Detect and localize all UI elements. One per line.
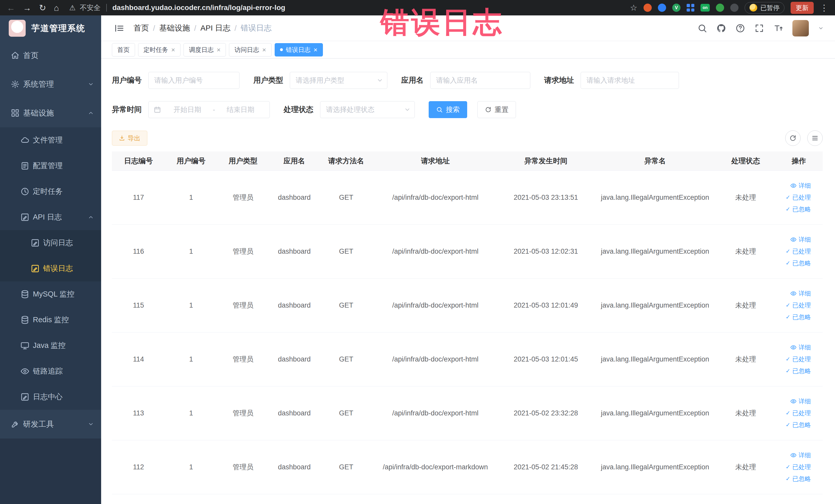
export-button[interactable]: 导出 (112, 131, 147, 146)
extension-icon-orange[interactable] (644, 4, 652, 12)
bookmark-star-icon[interactable]: ☆ (630, 3, 637, 13)
tab-label: 错误日志 (286, 46, 311, 54)
cell-request-url: /api/infra/db-doc/export-html (373, 386, 498, 440)
date-range-picker[interactable]: 开始日期 - 结束日期 (148, 101, 270, 118)
sidebar-item-infrastructure[interactable]: 基础设施 (0, 99, 101, 127)
extension-icon-v[interactable]: V (672, 4, 680, 12)
font-size-icon[interactable] (773, 23, 783, 33)
cell-exception-name: java.lang.IllegalArgumentException (594, 224, 716, 278)
sidebar-item-home[interactable]: 首页 (0, 41, 101, 70)
breadcrumb-item[interactable]: 首页 (134, 23, 149, 33)
detail-link[interactable]: 详细 (790, 234, 811, 245)
sidebar-item-java-monitor[interactable]: Java 监控 (0, 333, 101, 358)
tab-access-logs[interactable]: 访问日志 × (229, 43, 271, 57)
tags-view-bar: 首页 定时任务 × 调度日志 × 访问日志 × 错误日志 × (101, 41, 835, 59)
extension-icon-leaf[interactable] (716, 4, 724, 12)
sidebar-item-config-management[interactable]: 配置管理 (0, 153, 101, 179)
ignored-link[interactable]: ✓已忽略 (786, 419, 811, 430)
sidebar-item-label: MySQL 监控 (33, 289, 75, 299)
reset-button[interactable]: 重置 (477, 101, 516, 118)
forward-icon[interactable]: → (23, 4, 31, 12)
fullscreen-icon[interactable] (754, 23, 764, 33)
browser-home-icon[interactable]: ⌂ (54, 4, 59, 12)
detail-link[interactable]: 详细 (790, 342, 811, 353)
search-button[interactable]: 搜索 (429, 101, 467, 118)
process-status-select[interactable] (320, 101, 415, 118)
detail-link[interactable]: 详细 (790, 449, 811, 461)
processed-link[interactable]: ✓已处理 (786, 461, 811, 473)
process-status-select-input[interactable] (320, 101, 415, 118)
detail-link[interactable]: 详细 (790, 288, 811, 299)
cell-app-name: dashboard (269, 278, 320, 332)
tab-schedule-logs[interactable]: 调度日志 × (184, 43, 226, 57)
breadcrumb-item[interactable]: API 日志 (201, 23, 230, 33)
extension-icon-grid[interactable] (687, 4, 694, 12)
address-bar[interactable]: ⚠ 不安全 dashboard.yudao.iocoder.cn/infra/l… (69, 3, 285, 12)
request-url-input[interactable] (581, 72, 679, 89)
cell-status: 未处理 (716, 332, 775, 386)
processed-link[interactable]: ✓已处理 (786, 407, 811, 419)
sidebar-item-link-tracing[interactable]: 链路追踪 (0, 358, 101, 384)
processed-link[interactable]: ✓已处理 (786, 300, 811, 311)
sidebar-item-access-logs[interactable]: 访问日志 (0, 230, 101, 256)
detail-link[interactable]: 详细 (790, 396, 811, 407)
sidebar-item-log-center[interactable]: 日志中心 (0, 384, 101, 410)
reload-icon[interactable]: ↻ (39, 4, 46, 12)
cell-exception-name: java.lang.IllegalArgumentException (594, 386, 716, 440)
url-text[interactable]: dashboard.yudao.iocoder.cn/infra/log/api… (113, 4, 285, 12)
user-type-select-input[interactable] (290, 72, 387, 89)
tab-scheduled-tasks[interactable]: 定时任务 × (138, 43, 180, 57)
browser-menu-icon[interactable]: ⋮ (820, 4, 828, 12)
sidebar-item-error-logs[interactable]: 错误日志 (0, 256, 101, 281)
refresh-button[interactable] (785, 130, 801, 146)
main-content: 用户编号 用户类型 应用名 请求地址 异常时间 开始日期 - (101, 59, 835, 504)
cell-log-id: 114 (112, 332, 165, 386)
update-button[interactable]: 更新 (791, 2, 814, 14)
sidebar-item-file-management[interactable]: 文件管理 (0, 127, 101, 153)
sidebar-item-api-logs[interactable]: API 日志 (0, 204, 101, 230)
sidebar-item-dev-tools[interactable]: 研发工具 (0, 410, 101, 439)
chevron-down-icon[interactable] (818, 25, 824, 31)
column-settings-button[interactable] (807, 130, 823, 146)
user-type-select[interactable] (290, 72, 387, 89)
avatar[interactable] (792, 20, 809, 37)
tab-home[interactable]: 首页 (112, 43, 135, 57)
sidebar-item-scheduled-tasks[interactable]: 定时任务 (0, 179, 101, 204)
sidebar-item-system-management[interactable]: 系统管理 (0, 70, 101, 99)
security-label[interactable]: 不安全 (80, 3, 101, 12)
ignored-link[interactable]: ✓已忽略 (786, 311, 811, 323)
app-name-input[interactable] (430, 72, 530, 89)
sidebar-item-mysql-monitor[interactable]: MySQL 监控 (0, 281, 101, 307)
processed-link[interactable]: ✓已处理 (786, 354, 811, 365)
breadcrumb-item[interactable]: 基础设施 (159, 23, 190, 33)
extension-icon-blue[interactable] (658, 4, 666, 12)
extension-icon-dark[interactable] (730, 4, 738, 12)
ignored-link[interactable]: ✓已忽略 (786, 365, 811, 377)
help-icon[interactable] (735, 23, 745, 33)
back-icon[interactable]: ← (7, 4, 15, 12)
tab-error-logs[interactable]: 错误日志 × (274, 43, 323, 57)
github-icon[interactable] (716, 23, 726, 33)
processed-link[interactable]: ✓已处理 (786, 246, 811, 257)
ignored-link[interactable]: ✓已忽略 (786, 473, 811, 484)
close-icon[interactable]: × (171, 46, 175, 53)
paused-chip[interactable]: 已暂停 (745, 2, 785, 14)
cell-actions: 详细 ✓已处理 ✓已忽略 (775, 332, 823, 386)
search-icon[interactable] (697, 23, 707, 33)
cell-log-id: 117 (112, 170, 165, 224)
logo[interactable]: 芋道管理系统 (0, 15, 101, 41)
ignored-link[interactable]: ✓已忽略 (786, 204, 811, 215)
ignored-link[interactable]: ✓已忽略 (786, 258, 811, 269)
user-id-input[interactable] (148, 72, 240, 89)
close-icon[interactable]: × (217, 46, 221, 53)
monitor-icon (21, 341, 33, 350)
menu-fold-icon[interactable] (114, 23, 124, 33)
extension-icon-on[interactable]: on (700, 4, 710, 12)
cell-request-url: /api/infra/db-doc/export-html (373, 170, 498, 224)
sidebar-item-redis-monitor[interactable]: Redis 监控 (0, 307, 101, 333)
detail-link[interactable]: 详细 (790, 180, 811, 191)
close-icon[interactable]: × (262, 46, 266, 53)
table-row: 115 1 管理员 dashboard GET /api/infra/db-do… (112, 278, 823, 332)
close-icon[interactable]: × (314, 46, 318, 53)
processed-link[interactable]: ✓已处理 (786, 192, 811, 203)
